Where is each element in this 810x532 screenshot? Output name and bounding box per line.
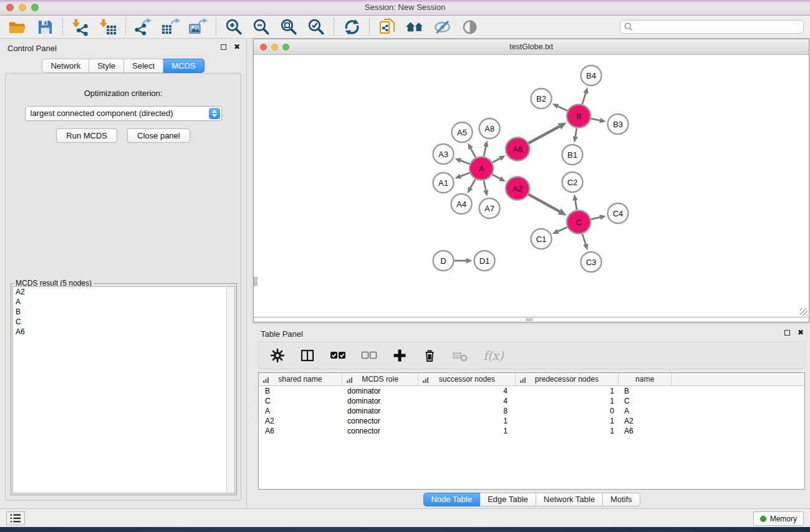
mcds-result-list[interactable]: A2ABCA6 — [12, 286, 235, 493]
graph-edge-A-A4[interactable] — [470, 179, 475, 188]
open-session-button[interactable] — [6, 17, 29, 37]
export-table-button[interactable] — [160, 17, 182, 37]
graph-edge-A-A3[interactable] — [461, 160, 470, 164]
run-mcds-button[interactable]: Run MCDS — [56, 128, 117, 143]
tab-style[interactable]: Style — [89, 59, 124, 73]
control-panel-tabs: NetworkStyleSelectMCDS — [0, 59, 246, 73]
table-cell: 1 — [516, 386, 619, 396]
network-horizontal-scrollbar[interactable] — [254, 317, 809, 322]
table-row[interactable]: Adominator80A — [259, 406, 804, 416]
graph-edge-B-B1[interactable] — [576, 128, 577, 137]
table-cell: A — [619, 406, 673, 416]
create-column-button[interactable] — [392, 348, 407, 363]
new-network-from-selection-button[interactable] — [376, 17, 398, 37]
tab-edge-table[interactable]: Edge Table — [480, 493, 536, 506]
mcds-result-scrollbar[interactable] — [226, 287, 234, 493]
graph-edge-A-A2[interactable] — [493, 175, 500, 179]
tab-network-table[interactable]: Network Table — [536, 493, 603, 506]
float-panel-icon[interactable] — [221, 44, 226, 50]
table-cell: dominator — [342, 396, 419, 406]
close-window-button[interactable] — [6, 4, 14, 11]
hide-selected-button[interactable] — [431, 17, 453, 37]
show-columns-button[interactable] — [300, 348, 315, 363]
memory-button[interactable]: Memory — [753, 511, 804, 526]
table-row[interactable]: A6connector11A6 — [259, 426, 804, 436]
graph-edge-C-C4[interactable] — [591, 217, 600, 219]
mcds-result-item[interactable]: A6 — [13, 327, 234, 337]
table-cell: 1 — [419, 416, 516, 426]
tab-select[interactable]: Select — [124, 59, 163, 73]
close-table-panel-icon[interactable]: ✖ — [798, 329, 804, 336]
select-all-rows-button[interactable] — [330, 348, 346, 363]
mcds-result-item[interactable]: C — [13, 317, 234, 327]
graph-edge-A-A1[interactable] — [461, 173, 470, 177]
graph-edge-B-B2[interactable] — [558, 106, 567, 110]
graph-node-label: C1 — [536, 235, 547, 244]
table-row[interactable]: Bdominator41B — [259, 386, 804, 396]
column-header-name[interactable]: name — [619, 373, 672, 385]
network-canvas[interactable]: B4B2BB3A5A8A6A3B1AA1C2A2A4A7C4CC1C3DD1 — [254, 56, 809, 317]
show-hidden-button[interactable] — [458, 17, 481, 37]
export-image-button[interactable] — [187, 17, 210, 37]
mcds-result-item[interactable]: A2 — [13, 287, 234, 297]
minimize-window-button[interactable] — [19, 4, 26, 11]
search-box[interactable] — [620, 20, 804, 34]
deselect-all-rows-button[interactable] — [361, 348, 377, 363]
save-session-button[interactable] — [34, 17, 56, 37]
main-toolbar — [0, 16, 810, 39]
criterion-select[interactable]: largest connected component (directed) — [25, 106, 222, 121]
search-input[interactable] — [633, 22, 799, 31]
graph-edge-C-C1[interactable] — [558, 227, 567, 231]
graph-edge-A-A7[interactable] — [484, 181, 486, 190]
network-minimize-button[interactable] — [271, 44, 278, 51]
tab-network[interactable]: Network — [42, 59, 89, 73]
network-window-titlebar[interactable]: testGlobe.txt — [254, 39, 809, 55]
delete-column-button[interactable] — [422, 348, 437, 363]
import-table-button[interactable] — [97, 17, 119, 37]
graph-edge-A-A6[interactable] — [493, 158, 500, 162]
graph-edge-C-C2[interactable] — [576, 200, 577, 210]
float-table-panel-icon[interactable] — [784, 330, 790, 336]
graph-node-label: A — [479, 164, 485, 173]
graph-edge-C-C3[interactable] — [582, 234, 586, 244]
mcds-result-item[interactable]: A — [13, 297, 234, 307]
mcds-result-item[interactable]: B — [13, 307, 234, 317]
criterion-selected-value: largest connected component (directed) — [26, 107, 221, 120]
network-close-button[interactable] — [260, 44, 267, 51]
first-neighbors-button[interactable] — [403, 17, 426, 37]
graph-edge-A-A5[interactable] — [471, 148, 476, 157]
graph-edge-B-B3[interactable] — [591, 118, 600, 120]
network-graph[interactable]: B4B2BB3A5A8A6A3B1AA1C2A2A4A7C4CC1C3DD1 — [254, 56, 809, 317]
tab-mcds[interactable]: MCDS — [163, 59, 204, 73]
column-header-successor-nodes[interactable]: successor nodes — [418, 373, 516, 385]
graph-edge-arrowhead — [483, 140, 488, 147]
zoom-selected-button[interactable] — [305, 17, 327, 37]
column-header-MCDS-role[interactable]: MCDS role — [342, 373, 419, 385]
zoom-out-button[interactable] — [250, 17, 272, 37]
graph-edge-A6-B[interactable] — [529, 127, 560, 143]
close-panel-button[interactable]: Close panel — [127, 128, 190, 143]
table-row[interactable]: Cdominator41C — [259, 396, 804, 406]
resize-grip-icon[interactable] — [800, 308, 808, 316]
column-header-shared-name[interactable]: shared name — [259, 373, 342, 385]
export-network-button[interactable] — [132, 17, 155, 37]
table-settings-button[interactable] — [270, 348, 285, 363]
table-row[interactable]: A2connector11A2 — [259, 416, 804, 426]
graph-edge-A2-C[interactable] — [529, 195, 560, 211]
zoom-in-icon — [225, 18, 243, 36]
graph-edge-A-A8[interactable] — [484, 147, 486, 156]
network-maximize-button[interactable] — [282, 44, 289, 51]
maximize-window-button[interactable] — [31, 4, 39, 11]
graph-edge-B-B4[interactable] — [582, 93, 586, 104]
close-panel-icon[interactable]: ✖ — [234, 44, 240, 50]
column-header-predecessor-nodes[interactable]: predecessor nodes — [516, 373, 619, 385]
tab-node-table[interactable]: Node Table — [423, 493, 480, 506]
zoom-in-button[interactable] — [223, 17, 245, 37]
import-network-button[interactable] — [69, 17, 92, 37]
apply-layout-button[interactable] — [340, 17, 363, 37]
tab-motifs[interactable]: Motifs — [603, 493, 640, 506]
network-vertical-scrollbar[interactable] — [254, 277, 258, 286]
network-hscroll-thumb[interactable] — [526, 318, 533, 321]
zoom-fit-button[interactable] — [277, 17, 300, 37]
task-history-button[interactable] — [6, 511, 25, 525]
